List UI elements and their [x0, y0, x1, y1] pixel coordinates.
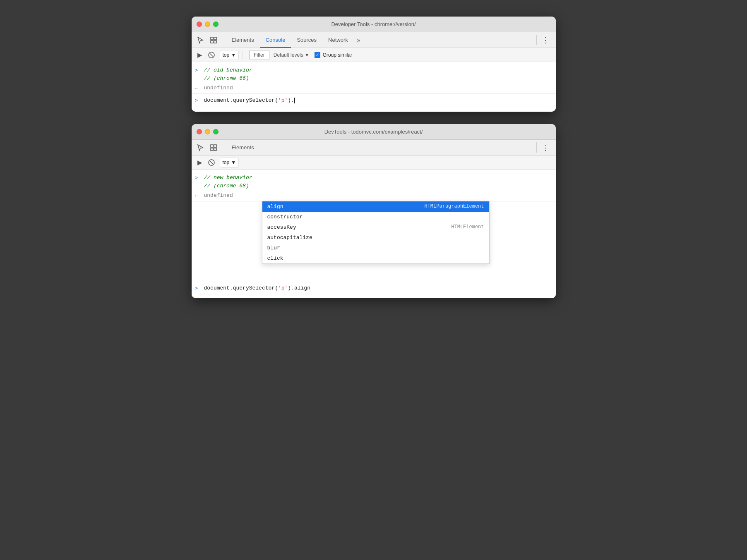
tab-console-1[interactable]: Console	[260, 32, 291, 48]
svg-rect-7	[214, 145, 216, 147]
clear-button-2[interactable]	[207, 158, 216, 168]
minimize-button[interactable]	[205, 22, 210, 27]
check-icon: ✓	[316, 53, 319, 57]
tab-separator-2	[536, 142, 537, 153]
default-levels-btn-1[interactable]: Default levels ▼	[274, 52, 310, 58]
tab-spacer-2	[260, 140, 535, 155]
chevron-down-icon: ▼	[305, 52, 310, 58]
console-content-2: > // new behavior // (chrome 68) ← undef…	[192, 170, 556, 298]
devtools-window-2: DevTools - todomvc.com/examples/react/ E…	[192, 124, 556, 298]
clear-button-1[interactable]	[207, 50, 216, 60]
ac-label: constructor	[267, 214, 303, 220]
ac-label: blur	[267, 245, 280, 251]
active-input-arrow-2: >	[195, 284, 201, 293]
svg-line-11	[210, 161, 213, 164]
svg-rect-2	[211, 41, 213, 43]
ac-item-constructor[interactable]: constructor	[262, 212, 489, 222]
ac-item-blur[interactable]: blur	[262, 243, 489, 253]
filter-button-1[interactable]: Filter	[249, 50, 269, 60]
ac-item-autocapitalize[interactable]: autocapitalize	[262, 232, 489, 243]
tab-elements-2[interactable]: Elements	[226, 140, 260, 156]
title-bar-1: Developer Tools - chrome://version/	[192, 17, 556, 32]
svg-rect-1	[214, 37, 216, 40]
svg-rect-0	[211, 37, 213, 40]
run-button-1[interactable]: ▶	[195, 50, 205, 60]
traffic-lights-2	[197, 129, 219, 134]
tab-network-1[interactable]: Network	[322, 32, 354, 48]
ac-label: click	[267, 255, 283, 261]
devtools-menu-button-1[interactable]: ⋮	[538, 32, 552, 48]
output-arrow-1: ←	[195, 84, 201, 93]
ac-item-accesskey[interactable]: accessKey HTMLElement	[262, 222, 489, 232]
code-block-1: // old behavior // (chrome 66)	[204, 66, 252, 82]
console-output-1: ← undefined	[192, 83, 556, 93]
tab-icons-1	[195, 32, 224, 48]
console-active-input-1[interactable]: > document.querySelector('p').	[192, 93, 556, 108]
minimize-button-2[interactable]	[205, 129, 210, 134]
svg-line-5	[210, 53, 213, 57]
code-block-2: // new behavior // (chrome 68)	[204, 174, 252, 190]
output-value-1: undefined	[204, 84, 233, 92]
tab-elements-1[interactable]: Elements	[226, 32, 260, 48]
output-value-2: undefined	[204, 191, 233, 200]
ac-type: HTMLElement	[451, 224, 484, 230]
inspect-icon-2[interactable]	[208, 142, 219, 153]
run-button-2[interactable]: ▶	[195, 158, 205, 168]
console-toolbar-1: ▶ top ▼ Filter Default levels ▼ ✓ Group …	[192, 48, 556, 62]
svg-rect-8	[211, 148, 213, 151]
close-button-2[interactable]	[197, 129, 202, 134]
context-selector-2[interactable]: top ▼	[220, 158, 239, 168]
output-arrow-2: ←	[195, 191, 201, 200]
ac-item-align[interactable]: align HTMLParagraphElement	[262, 201, 489, 212]
svg-rect-6	[211, 145, 213, 147]
filter-area-1: Filter	[249, 50, 269, 60]
console-content-1: > // old behavior // (chrome 66) ← undef…	[192, 62, 556, 112]
ac-type: HTMLParagraphElement	[424, 203, 484, 209]
tab-separator-1	[536, 35, 537, 45]
maximize-button-2[interactable]	[213, 129, 219, 134]
tab-sources-1[interactable]: Sources	[291, 32, 322, 48]
context-selector-1[interactable]: top ▼	[220, 50, 239, 60]
group-similar-area-1: ✓ Group similar	[315, 52, 352, 58]
console-line-2: > // new behavior // (chrome 68)	[192, 173, 556, 191]
inspect-icon[interactable]	[208, 35, 219, 45]
toolbar-sep-1	[242, 51, 243, 59]
cursor-icon[interactable]	[195, 35, 206, 45]
autocomplete-dropdown: align HTMLParagraphElement constructor a…	[262, 201, 490, 264]
input-arrow-1: >	[195, 66, 201, 75]
group-similar-checkbox-1[interactable]: ✓	[315, 52, 320, 58]
input-arrow-2: >	[195, 174, 201, 182]
tab-icons-2	[195, 140, 224, 155]
active-input-arrow-1: >	[195, 96, 201, 105]
devtools-window-1: Developer Tools - chrome://version/ Elem…	[192, 17, 556, 112]
close-button[interactable]	[197, 22, 202, 27]
tab-spacer-1	[364, 32, 535, 48]
ac-label: align	[267, 203, 283, 210]
more-tabs-button-1[interactable]: »	[354, 32, 364, 48]
ac-item-click[interactable]: click	[262, 253, 489, 263]
console-output-2: ← undefined	[192, 191, 556, 201]
ac-label: accessKey	[267, 224, 296, 230]
autocomplete-container: align HTMLParagraphElement constructor a…	[192, 201, 556, 295]
tab-bar-2: Elements ⋮	[192, 140, 556, 156]
cursor-icon-2[interactable]	[195, 142, 206, 153]
console-toolbar-2: ▶ top ▼	[192, 156, 556, 170]
devtools-menu-button-2[interactable]: ⋮	[538, 140, 552, 155]
ac-label: autocapitalize	[267, 235, 312, 241]
maximize-button[interactable]	[213, 22, 219, 27]
window-title-1: Developer Tools - chrome://version/	[331, 21, 416, 27]
title-bar-2: DevTools - todomvc.com/examples/react/	[192, 124, 556, 140]
svg-rect-9	[214, 148, 216, 151]
traffic-lights-1	[197, 22, 219, 27]
tab-bar-1: Elements Console Sources Network » ⋮	[192, 32, 556, 48]
console-line-1: > // old behavior // (chrome 66)	[192, 65, 556, 83]
input-text-2: document.querySelector('p').align	[204, 284, 310, 292]
window-title-2: DevTools - todomvc.com/examples/react/	[324, 129, 423, 135]
svg-rect-3	[214, 41, 216, 43]
